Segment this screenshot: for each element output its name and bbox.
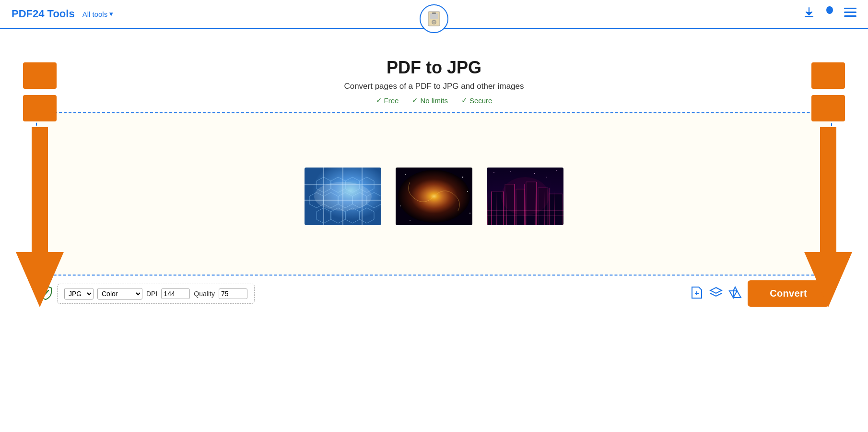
- chevron-down-icon: ▾: [109, 10, 113, 18]
- quality-label: Quality: [194, 290, 215, 298]
- svg-rect-1: [430, 13, 438, 19]
- svg-rect-11: [23, 62, 57, 89]
- svg-point-7: [826, 6, 833, 14]
- check-icon-secure: ✓: [461, 96, 468, 105]
- svg-marker-18: [804, 252, 852, 307]
- svg-point-3: [434, 22, 435, 23]
- svg-rect-52: [538, 188, 548, 225]
- svg-rect-17: [820, 127, 836, 252]
- format-select[interactable]: JPG PNG BMP: [64, 288, 94, 300]
- all-tools-menu[interactable]: All tools ▾: [82, 10, 114, 18]
- svg-marker-71: [729, 291, 733, 298]
- svg-rect-10: [844, 15, 856, 17]
- check-icon-nolimits: ✓: [412, 96, 418, 105]
- arrow-left-decoration: [13, 62, 66, 314]
- header: PDF24 Tools All tools ▾: [0, 0, 868, 29]
- logo[interactable]: PDF24 Tools: [12, 8, 75, 20]
- svg-rect-12: [23, 95, 57, 121]
- user-icon[interactable]: [824, 6, 835, 22]
- settings-panel: JPG PNG BMP Color Grayscale B&W DPI Qual…: [57, 284, 255, 304]
- preview-image-1: [305, 168, 381, 225]
- svg-rect-53: [549, 194, 563, 225]
- svg-point-44: [469, 213, 470, 214]
- svg-rect-49: [505, 184, 515, 225]
- preview-images: [305, 168, 563, 225]
- svg-point-38: [314, 182, 372, 211]
- dropzone[interactable]: [36, 112, 832, 276]
- svg-rect-16: [811, 95, 845, 121]
- svg-point-64: [510, 171, 511, 171]
- svg-rect-48: [492, 192, 504, 225]
- main-content: PDF to JPG Convert pages of a PDF to JPG…: [0, 29, 868, 307]
- svg-rect-4: [432, 12, 436, 14]
- preview-image-2: [396, 168, 472, 225]
- feature-no-limits: ✓ No limits: [412, 96, 448, 105]
- bottom-controls: JPG PNG BMP Color Grayscale B&W DPI Qual…: [36, 280, 832, 307]
- svg-rect-9: [844, 12, 856, 13]
- svg-marker-73: [733, 287, 737, 291]
- header-actions: [803, 6, 856, 22]
- svg-rect-8: [844, 8, 856, 9]
- svg-point-62: [501, 177, 549, 216]
- check-icon-free: ✓: [376, 96, 382, 105]
- color-select[interactable]: Color Grayscale B&W: [97, 288, 142, 300]
- svg-point-63: [493, 172, 494, 173]
- svg-marker-70: [710, 288, 722, 293]
- svg-point-67: [546, 177, 547, 177]
- svg-point-42: [462, 177, 463, 178]
- features-row: ✓ Free ✓ No limits ✓ Secure: [376, 96, 493, 105]
- svg-rect-15: [811, 62, 845, 89]
- svg-point-41: [405, 174, 406, 175]
- arrow-right-decoration: [802, 62, 855, 314]
- layers-icon[interactable]: [709, 287, 723, 301]
- google-drive-icon[interactable]: [728, 286, 742, 301]
- page-subtitle: Convert pages of a PDF to JPG and other …: [344, 82, 524, 91]
- svg-rect-47: [487, 168, 563, 225]
- svg-rect-50: [516, 189, 525, 225]
- svg-rect-5: [805, 16, 813, 17]
- download-icon[interactable]: [803, 6, 815, 22]
- page-title: PDF to JPG: [387, 58, 481, 78]
- quality-input[interactable]: [219, 288, 247, 299]
- svg-point-46: [467, 191, 468, 192]
- svg-point-43: [400, 205, 401, 206]
- bottom-left: JPG PNG BMP Color Grayscale B&W DPI Qual…: [39, 284, 255, 304]
- dpi-input[interactable]: [161, 288, 190, 299]
- svg-rect-13: [32, 127, 48, 252]
- svg-point-66: [556, 170, 557, 171]
- feature-free: ✓ Free: [376, 96, 399, 105]
- svg-marker-72: [733, 291, 741, 298]
- svg-point-45: [410, 220, 411, 221]
- svg-point-65: [534, 173, 535, 174]
- pdf-to-jpg-icon: [425, 10, 443, 28]
- preview-image-3: [487, 168, 563, 225]
- dpi-label: DPI: [146, 290, 157, 298]
- feature-secure: ✓ Secure: [461, 96, 493, 105]
- svg-marker-14: [16, 252, 64, 307]
- menu-icon[interactable]: [844, 8, 856, 20]
- add-file-icon[interactable]: [690, 285, 704, 302]
- header-center-icon: [420, 0, 448, 28]
